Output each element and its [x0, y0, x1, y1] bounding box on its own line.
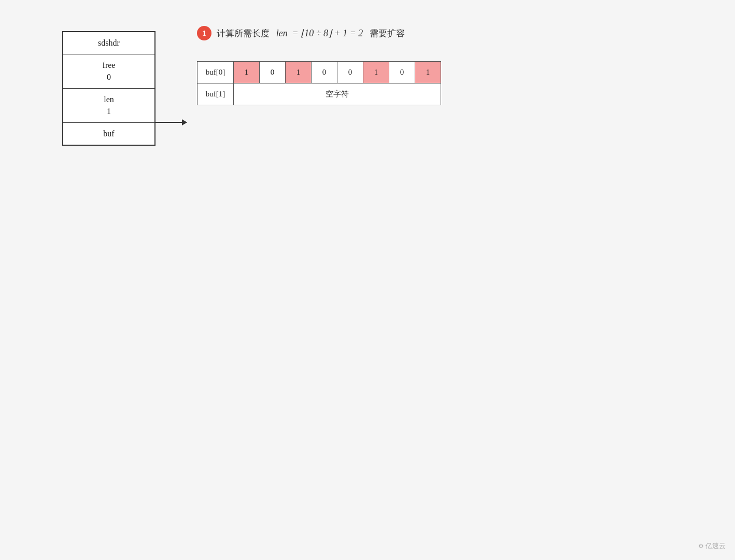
buf1-null: 空字符 [234, 83, 441, 105]
struct-row-free: free 0 [63, 54, 154, 89]
watermark-icon: ⚙ [698, 542, 704, 550]
buf0-cell-3: 0 [312, 62, 337, 83]
table-row: buf[0] 1 0 1 0 0 1 0 1 [197, 62, 441, 83]
struct-row-buf: buf [63, 123, 154, 145]
annotation-line: 1 计算所需长度 len = ⌊10 ÷ 8⌋ + 1 = 2 需要扩容 [197, 26, 586, 40]
buf0-cell-5: 1 [363, 62, 389, 83]
buf-arrow [156, 122, 187, 123]
buf-table: buf[0] 1 0 1 0 0 1 0 1 buf[1] 空字符 [197, 61, 441, 105]
struct-row-len: len 1 [63, 89, 154, 123]
annotation-math-equals: = ⌊10 ÷ 8⌋ + 1 = 2 [290, 28, 365, 38]
buf0-cell-2: 1 [286, 62, 312, 83]
buf0-label: buf[0] [197, 62, 234, 83]
buf0-cell-1: 0 [260, 62, 286, 83]
table-row: buf[1] 空字符 [197, 83, 441, 105]
buf1-label: buf[1] [197, 83, 234, 105]
struct-box: sdshdr free 0 len 1 buf [62, 31, 156, 146]
watermark: ⚙ 亿速云 [698, 541, 726, 551]
struct-row-sdshdr: sdshdr [63, 32, 154, 54]
buf0-cell-6: 0 [389, 62, 415, 83]
buf0-cell-7: 1 [415, 62, 441, 83]
right-side: 1 计算所需长度 len = ⌊10 ÷ 8⌋ + 1 = 2 需要扩容 buf… [197, 21, 586, 105]
annotation-math: len [276, 28, 288, 38]
buf0-cell-4: 0 [337, 62, 363, 83]
buf0-cell-0: 1 [234, 62, 260, 83]
annotation-text: 计算所需长度 len = ⌊10 ÷ 8⌋ + 1 = 2 需要扩容 [217, 27, 405, 39]
arrow-line [156, 122, 187, 123]
annotation-number: 1 [197, 26, 211, 40]
